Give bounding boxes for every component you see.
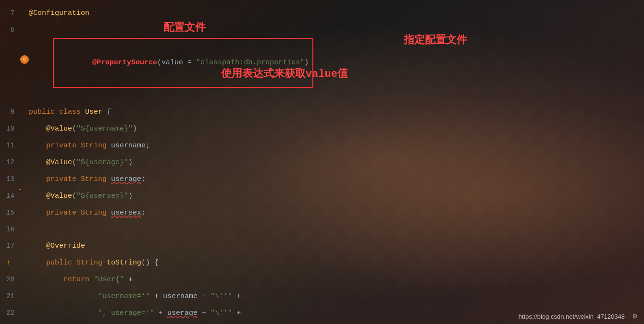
- line-content: public class User {: [24, 105, 644, 120]
- code-line-10: 10 @Value("${username}"): [0, 120, 644, 137]
- code-line-21: 21 "username='" + username + "\''" +: [0, 288, 644, 305]
- line-number: 10: [0, 121, 24, 136]
- code-line-12: 12 @Value("${userage}"): [0, 154, 644, 171]
- code-line-16: 16: [0, 221, 644, 238]
- code-line-8: 8 @PropertySource(value = "classpath:db.…: [0, 22, 644, 104]
- line-number: 11: [0, 138, 24, 153]
- code-line-11: 11 private String username;: [0, 137, 644, 154]
- code-line-20: 20 return "User{" +: [0, 271, 644, 288]
- line-number: ↑: [0, 255, 24, 270]
- code-line-13: 13 private String userage;: [0, 171, 644, 188]
- arrow-icon: ↑: [17, 186, 23, 196]
- line-number: 16: [0, 222, 24, 237]
- line-content: private String username;: [24, 138, 644, 154]
- code-line-23: 23 ", usersex='" + usersex + "\''" +: [0, 322, 644, 324]
- code-line-14: 14 @Value("${usersex}"): [0, 188, 644, 204]
- line-content: @Configuration: [24, 6, 644, 21]
- line-number: 15: [0, 205, 24, 220]
- line-number: 7: [0, 5, 24, 21]
- line-content: @Value("${userage}"): [24, 155, 644, 170]
- line-number: 23: [0, 322, 24, 324]
- line-number: 20: [0, 272, 24, 287]
- code-line-15: 15 private String usersex;: [0, 204, 644, 221]
- csdn-icon: C: [20, 55, 29, 64]
- line-content: @Value("${username}"): [24, 121, 644, 137]
- line-number: 12: [0, 155, 24, 170]
- gear-icon: ⚙: [632, 312, 637, 321]
- line-number: 17: [0, 238, 24, 253]
- line-content: return "User{" +: [24, 272, 644, 288]
- annotation-expr: 使用表达式来获取value值: [221, 66, 348, 81]
- line-number: 9: [0, 104, 24, 120]
- line-content: private String userage;: [24, 172, 644, 187]
- line-number: 22: [0, 305, 24, 321]
- line-content: @Override: [24, 239, 644, 254]
- annotation-specify: 指定配置文件: [404, 33, 467, 47]
- url-label: https://blog.csdn.net/weixin_47120348: [519, 313, 625, 320]
- line-content: public String toString() {: [24, 255, 644, 271]
- line-content: private String usersex;: [24, 205, 644, 221]
- code-container: 7 @Configuration 8 @PropertySource(value…: [0, 0, 644, 324]
- line-number: 21: [0, 288, 24, 304]
- code-line-17: 17 @Override: [0, 238, 644, 254]
- code-line-9: 9 public class User {: [0, 104, 644, 120]
- line-content: @PropertySource(value = "classpath:db.pr…: [24, 23, 644, 103]
- annotation-config: 配置文件: [163, 20, 206, 35]
- code-line-7: 7 @Configuration: [0, 5, 644, 22]
- line-content: @Value("${usersex}"): [24, 189, 644, 204]
- code-line-19: ↑ public String toString() {: [0, 254, 644, 271]
- line-content: "username='" + username + "\''" +: [24, 289, 644, 304]
- line-number: 8: [0, 22, 24, 37]
- line-number: 13: [0, 171, 24, 187]
